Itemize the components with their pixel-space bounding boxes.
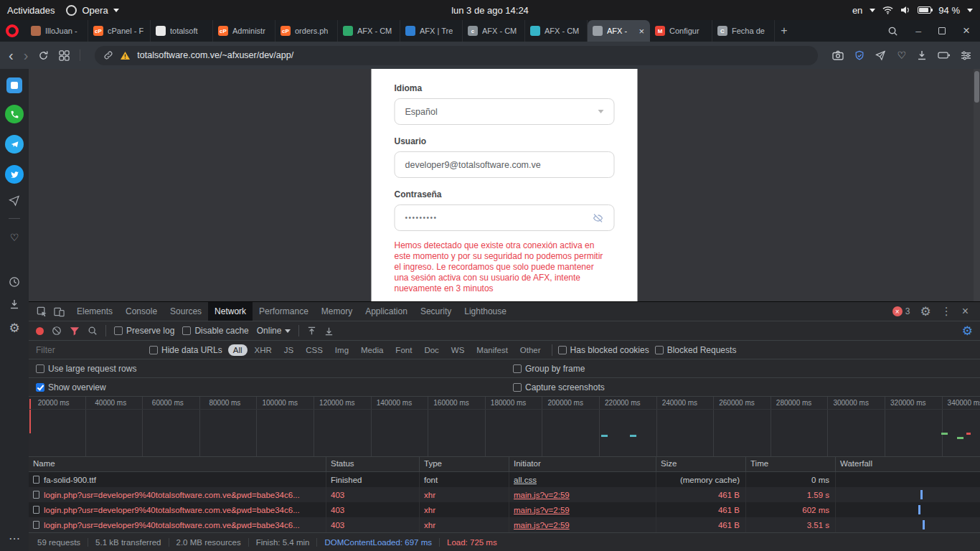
browser-tab[interactable]: C Fecha de <box>712 20 775 42</box>
use-large-request-rows-checkbox[interactable]: Use large request rows <box>36 364 513 374</box>
table-row[interactable]: fa-solid-900.ttf Finished font all.css (… <box>29 472 980 487</box>
group-by-frame-checkbox[interactable]: Group by frame <box>513 364 585 374</box>
whatsapp-icon[interactable] <box>5 105 24 123</box>
back-button[interactable]: ‹ <box>9 48 14 62</box>
hide-data-urls-checkbox[interactable]: Hide data URLs <box>149 345 222 355</box>
column-header[interactable]: Type <box>420 457 509 471</box>
filter-pill[interactable]: Other <box>515 344 546 356</box>
column-header[interactable]: Time <box>746 457 836 471</box>
device-toolbar-icon[interactable] <box>50 306 67 317</box>
network-settings-gear-icon[interactable] <box>962 324 973 339</box>
devtools-tab[interactable]: Memory <box>315 302 359 321</box>
filter-pill[interactable]: Manifest <box>471 344 512 356</box>
forward-button[interactable]: › <box>24 48 29 62</box>
download-icon[interactable] <box>917 50 927 60</box>
table-row[interactable]: login.php?usr=developer9%40totalsoftware… <box>29 502 980 517</box>
url-text[interactable]: totalsoftware.com.ve/~afxuser/dev/app/ <box>137 50 293 60</box>
network-overview-timeline[interactable]: 20000 ms40000 ms60000 ms80000 ms100000 m… <box>29 397 980 457</box>
my-flow-icon[interactable] <box>9 195 20 207</box>
activities-button[interactable]: Actividades <box>7 5 55 16</box>
browser-tab[interactable]: AFX - CM <box>338 20 400 42</box>
column-header[interactable]: Status <box>326 457 420 471</box>
workspaces-grid-icon[interactable] <box>59 50 70 61</box>
link-icon[interactable] <box>103 50 113 60</box>
preserve-log-checkbox[interactable]: Preserve log <box>114 326 174 336</box>
browser-tab[interactable]: AFX - <box>588 20 650 42</box>
initiator-link[interactable]: main.js?v=2:59 <box>514 506 570 514</box>
settings-gear-icon[interactable] <box>9 321 19 336</box>
browser-tab[interactable]: IlloJuan - <box>26 20 88 42</box>
column-header[interactable]: Name <box>29 457 326 471</box>
vpn-shield-icon[interactable] <box>854 50 864 61</box>
filter-pill[interactable]: CSS <box>301 344 328 356</box>
record-button[interactable] <box>36 327 44 335</box>
opera-logo-icon[interactable] <box>6 24 19 37</box>
devtools-tab[interactable]: Lighthouse <box>458 302 513 321</box>
twitter-icon[interactable] <box>5 165 24 184</box>
devtools-menu-icon[interactable] <box>941 305 952 318</box>
column-header[interactable]: Size <box>656 457 746 471</box>
table-row[interactable]: login.php?usr=developer9%40totalsoftware… <box>29 487 980 502</box>
warning-icon[interactable] <box>120 51 131 60</box>
filter-pill[interactable]: Img <box>330 344 354 356</box>
column-header[interactable]: Waterfall <box>836 457 980 471</box>
devtools-tab[interactable]: Security <box>414 302 458 321</box>
close-window-button[interactable] <box>963 24 970 38</box>
search-icon[interactable] <box>88 326 98 336</box>
tab-close-icon[interactable] <box>639 26 644 37</box>
show-overview-checkbox[interactable]: Show overview <box>36 382 513 392</box>
browser-tab[interactable]: cP orders.ph <box>275 20 338 42</box>
filter-pill[interactable]: JS <box>279 344 298 356</box>
disable-cache-checkbox[interactable]: Disable cache <box>182 326 248 336</box>
initiator-link[interactable]: main.js?v=2:59 <box>514 521 570 529</box>
filter-pill[interactable]: Doc <box>419 344 443 356</box>
url-field[interactable]: totalsoftware.com.ve/~afxuser/dev/app/ <box>95 46 818 65</box>
downloads-icon[interactable] <box>9 299 19 309</box>
snapshot-camera-icon[interactable] <box>832 50 844 60</box>
filter-pill[interactable]: Font <box>390 344 417 356</box>
history-clock-icon[interactable] <box>9 276 20 288</box>
battery-saver-icon[interactable] <box>938 52 950 59</box>
capture-screenshots-checkbox[interactable]: Capture screenshots <box>513 382 605 392</box>
my-flow-send-icon[interactable] <box>875 50 886 61</box>
eye-off-icon[interactable] <box>593 212 604 224</box>
bookmark-heart-icon[interactable] <box>897 49 906 62</box>
user-input[interactable]: developer9@totalsoftware.com.ve <box>395 151 615 178</box>
clock[interactable]: lun 3 de ago 14:24 <box>0 5 980 16</box>
browser-tab[interactable]: totalsoft <box>151 20 213 42</box>
initiator-link[interactable]: main.js?v=2:59 <box>514 491 570 499</box>
devtools-settings-gear-icon[interactable] <box>920 304 930 319</box>
reload-button[interactable] <box>38 50 49 61</box>
clear-icon[interactable] <box>52 326 62 336</box>
devtools-tab[interactable]: Elements <box>70 302 119 321</box>
import-har-icon[interactable] <box>307 326 316 336</box>
app-menu[interactable]: Opera <box>66 5 118 16</box>
telegram-icon[interactable] <box>5 135 24 154</box>
minimize-button[interactable] <box>915 24 921 37</box>
devtools-tab[interactable]: Performance <box>253 302 315 321</box>
browser-tab[interactable]: AFX - CM <box>525 20 588 42</box>
export-har-icon[interactable] <box>324 326 334 336</box>
devtools-tab[interactable]: Sources <box>164 302 208 321</box>
filter-funnel-icon[interactable] <box>70 326 80 336</box>
password-input[interactable]: ••••••••• <box>395 204 615 231</box>
browser-tab[interactable]: AFX | Tre <box>400 20 463 42</box>
keyboard-layout[interactable]: en <box>852 5 862 16</box>
filter-pill[interactable]: WS <box>446 344 470 356</box>
devtools-tab[interactable]: Network <box>208 302 253 321</box>
search-icon[interactable] <box>887 26 898 37</box>
system-tray[interactable]: en 94 % <box>852 5 973 16</box>
devtools-tab[interactable]: Application <box>359 302 414 321</box>
blocked-requests-checkbox[interactable]: Blocked Requests <box>655 345 737 355</box>
bookmarks-heart-icon[interactable] <box>10 230 19 245</box>
more-ellipsis-icon[interactable] <box>9 532 20 545</box>
column-header[interactable]: Initiator <box>509 457 656 471</box>
initiator-link[interactable]: all.css <box>514 476 537 484</box>
console-error-badge[interactable]: 3 <box>892 306 910 316</box>
new-tab-button[interactable] <box>775 24 793 37</box>
browser-tab[interactable]: M Configur <box>650 20 712 42</box>
browser-tab[interactable]: cP Administr <box>213 20 275 42</box>
filter-pill[interactable]: XHR <box>250 344 277 356</box>
maximize-button[interactable] <box>938 27 946 34</box>
throttling-dropdown[interactable]: Online <box>257 326 291 336</box>
